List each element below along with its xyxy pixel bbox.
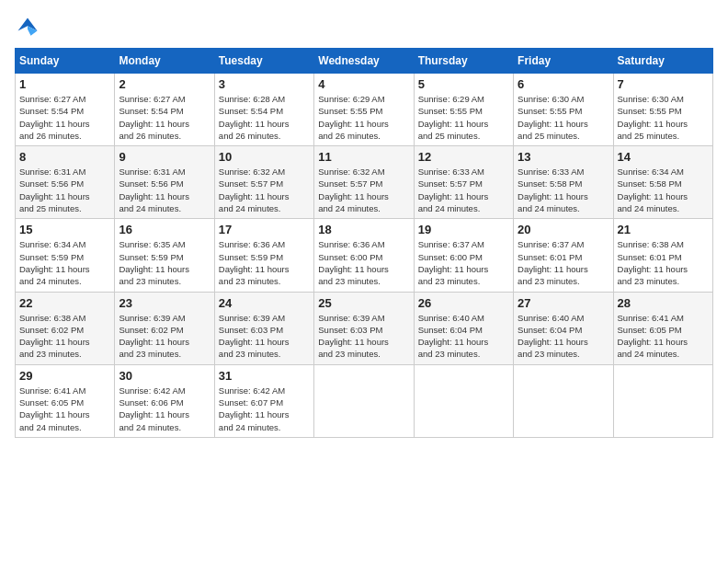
calendar-cell: 3Sunrise: 6:28 AM Sunset: 5:54 PM Daylig… [214, 74, 313, 146]
calendar-week-row: 8Sunrise: 6:31 AM Sunset: 5:56 PM Daylig… [16, 146, 713, 219]
day-detail: Sunrise: 6:31 AM Sunset: 5:56 PM Dayligh… [19, 166, 110, 214]
calendar-cell: 6Sunrise: 6:30 AM Sunset: 5:55 PM Daylig… [514, 74, 613, 146]
day-number: 4 [318, 77, 409, 91]
day-detail: Sunrise: 6:42 AM Sunset: 6:06 PM Dayligh… [119, 385, 210, 433]
day-detail: Sunrise: 6:34 AM Sunset: 5:59 PM Dayligh… [19, 238, 110, 287]
day-detail: Sunrise: 6:32 AM Sunset: 5:57 PM Dayligh… [318, 166, 409, 214]
calendar-cell: 8Sunrise: 6:31 AM Sunset: 5:56 PM Daylig… [16, 146, 115, 219]
day-detail: Sunrise: 6:38 AM Sunset: 6:02 PM Dayligh… [19, 312, 110, 361]
calendar-cell [314, 364, 414, 437]
day-header-monday: Monday [115, 49, 214, 74]
day-detail: Sunrise: 6:39 AM Sunset: 6:03 PM Dayligh… [219, 312, 310, 361]
calendar-cell: 9Sunrise: 6:31 AM Sunset: 5:56 PM Daylig… [115, 146, 214, 219]
day-number: 23 [119, 296, 210, 310]
day-detail: Sunrise: 6:33 AM Sunset: 5:58 PM Dayligh… [518, 166, 609, 214]
day-number: 24 [219, 296, 310, 310]
day-detail: Sunrise: 6:39 AM Sunset: 6:02 PM Dayligh… [119, 312, 210, 361]
calendar-cell: 15Sunrise: 6:34 AM Sunset: 5:59 PM Dayli… [16, 219, 115, 292]
calendar-week-row: 29Sunrise: 6:41 AM Sunset: 6:05 PM Dayli… [16, 364, 713, 437]
day-number: 22 [19, 296, 110, 310]
day-detail: Sunrise: 6:30 AM Sunset: 5:55 PM Dayligh… [618, 93, 709, 142]
day-header-wednesday: Wednesday [314, 49, 414, 74]
day-detail: Sunrise: 6:29 AM Sunset: 5:55 PM Dayligh… [418, 93, 509, 142]
calendar-cell: 26Sunrise: 6:40 AM Sunset: 6:04 PM Dayli… [414, 292, 513, 364]
day-number: 2 [119, 77, 210, 91]
calendar-cell: 19Sunrise: 6:37 AM Sunset: 6:00 PM Dayli… [414, 219, 513, 292]
day-number: 6 [518, 77, 609, 91]
day-detail: Sunrise: 6:40 AM Sunset: 6:04 PM Dayligh… [418, 312, 509, 361]
calendar-cell: 10Sunrise: 6:32 AM Sunset: 5:57 PM Dayli… [214, 146, 313, 219]
day-header-sunday: Sunday [16, 49, 115, 74]
calendar-week-row: 15Sunrise: 6:34 AM Sunset: 5:59 PM Dayli… [16, 219, 713, 292]
day-number: 26 [418, 296, 509, 310]
day-number: 25 [318, 296, 409, 310]
calendar-cell: 29Sunrise: 6:41 AM Sunset: 6:05 PM Dayli… [16, 364, 115, 437]
day-number: 15 [19, 223, 110, 236]
calendar-week-row: 22Sunrise: 6:38 AM Sunset: 6:02 PM Dayli… [16, 292, 713, 364]
calendar-cell: 27Sunrise: 6:40 AM Sunset: 6:04 PM Dayli… [514, 292, 613, 364]
calendar-cell: 20Sunrise: 6:37 AM Sunset: 6:01 PM Dayli… [514, 219, 613, 292]
day-detail: Sunrise: 6:41 AM Sunset: 6:05 PM Dayligh… [19, 385, 110, 433]
day-number: 19 [418, 223, 509, 236]
day-detail: Sunrise: 6:36 AM Sunset: 6:00 PM Dayligh… [318, 238, 409, 287]
calendar-table: SundayMondayTuesdayWednesdayThursdayFrid… [15, 48, 713, 438]
calendar-cell: 17Sunrise: 6:36 AM Sunset: 5:59 PM Dayli… [214, 219, 313, 292]
day-header-tuesday: Tuesday [214, 49, 313, 74]
day-number: 16 [119, 223, 210, 236]
day-number: 3 [219, 77, 310, 91]
day-number: 30 [119, 369, 210, 383]
day-detail: Sunrise: 6:42 AM Sunset: 6:07 PM Dayligh… [219, 385, 310, 433]
day-detail: Sunrise: 6:27 AM Sunset: 5:54 PM Dayligh… [19, 93, 110, 142]
day-header-friday: Friday [514, 49, 613, 74]
day-header-thursday: Thursday [414, 49, 513, 74]
calendar-cell: 24Sunrise: 6:39 AM Sunset: 6:03 PM Dayli… [214, 292, 313, 364]
calendar-cell: 25Sunrise: 6:39 AM Sunset: 6:03 PM Dayli… [314, 292, 414, 364]
day-number: 11 [318, 150, 409, 164]
day-detail: Sunrise: 6:31 AM Sunset: 5:56 PM Dayligh… [119, 166, 210, 214]
calendar-cell [613, 364, 712, 437]
page-header [15, 15, 713, 40]
calendar-cell: 12Sunrise: 6:33 AM Sunset: 5:57 PM Dayli… [414, 146, 513, 219]
calendar-cell: 22Sunrise: 6:38 AM Sunset: 6:02 PM Dayli… [16, 292, 115, 364]
day-detail: Sunrise: 6:30 AM Sunset: 5:55 PM Dayligh… [518, 93, 609, 142]
day-detail: Sunrise: 6:41 AM Sunset: 6:05 PM Dayligh… [618, 312, 709, 361]
calendar-cell: 4Sunrise: 6:29 AM Sunset: 5:55 PM Daylig… [314, 74, 414, 146]
day-number: 17 [219, 223, 310, 236]
day-number: 13 [518, 150, 609, 164]
day-detail: Sunrise: 6:36 AM Sunset: 5:59 PM Dayligh… [219, 238, 310, 287]
calendar-cell [414, 364, 513, 437]
calendar-cell: 14Sunrise: 6:34 AM Sunset: 5:58 PM Dayli… [613, 146, 712, 219]
day-detail: Sunrise: 6:35 AM Sunset: 5:59 PM Dayligh… [119, 238, 210, 287]
calendar-cell: 1Sunrise: 6:27 AM Sunset: 5:54 PM Daylig… [16, 74, 115, 146]
logo [15, 15, 44, 40]
day-number: 9 [119, 150, 210, 164]
day-number: 1 [19, 77, 110, 91]
day-detail: Sunrise: 6:38 AM Sunset: 6:01 PM Dayligh… [618, 238, 709, 287]
day-detail: Sunrise: 6:37 AM Sunset: 6:01 PM Dayligh… [518, 238, 609, 287]
day-number: 18 [318, 223, 409, 236]
day-number: 10 [219, 150, 310, 164]
calendar-header-row: SundayMondayTuesdayWednesdayThursdayFrid… [16, 49, 713, 74]
day-number: 8 [19, 150, 110, 164]
calendar-cell: 13Sunrise: 6:33 AM Sunset: 5:58 PM Dayli… [514, 146, 613, 219]
day-detail: Sunrise: 6:28 AM Sunset: 5:54 PM Dayligh… [219, 93, 310, 142]
calendar-cell: 21Sunrise: 6:38 AM Sunset: 6:01 PM Dayli… [613, 219, 712, 292]
calendar-cell: 28Sunrise: 6:41 AM Sunset: 6:05 PM Dayli… [613, 292, 712, 364]
day-number: 20 [518, 223, 609, 236]
day-number: 29 [19, 369, 110, 383]
day-detail: Sunrise: 6:37 AM Sunset: 6:00 PM Dayligh… [418, 238, 509, 287]
day-detail: Sunrise: 6:40 AM Sunset: 6:04 PM Dayligh… [518, 312, 609, 361]
logo-bird-icon [15, 15, 40, 40]
calendar-week-row: 1Sunrise: 6:27 AM Sunset: 5:54 PM Daylig… [16, 74, 713, 146]
day-number: 12 [418, 150, 509, 164]
calendar-cell: 16Sunrise: 6:35 AM Sunset: 5:59 PM Dayli… [115, 219, 214, 292]
day-detail: Sunrise: 6:29 AM Sunset: 5:55 PM Dayligh… [318, 93, 409, 142]
day-detail: Sunrise: 6:34 AM Sunset: 5:58 PM Dayligh… [618, 166, 709, 214]
day-detail: Sunrise: 6:27 AM Sunset: 5:54 PM Dayligh… [119, 93, 210, 142]
day-number: 14 [618, 150, 709, 164]
day-number: 28 [618, 296, 709, 310]
day-number: 21 [618, 223, 709, 236]
calendar-cell [514, 364, 613, 437]
calendar-cell: 23Sunrise: 6:39 AM Sunset: 6:02 PM Dayli… [115, 292, 214, 364]
calendar-cell: 2Sunrise: 6:27 AM Sunset: 5:54 PM Daylig… [115, 74, 214, 146]
